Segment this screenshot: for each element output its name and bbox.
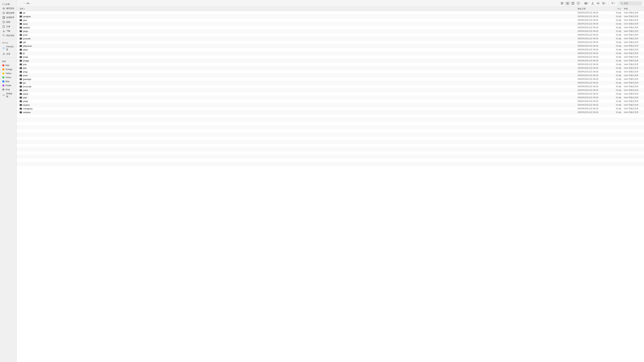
file-icon	[20, 104, 22, 106]
file-icon	[20, 107, 22, 110]
table-row[interactable]: jar 2023年10月11日 06:18 70 KB Unix 可执行文件	[17, 11, 644, 15]
table-row[interactable]: jps 2023年10月11日 06:18 70 KB Unix 可执行文件	[17, 81, 644, 85]
file-name: javac	[23, 23, 578, 25]
svg-rect-19	[572, 2, 574, 4]
forward-button[interactable]: ›	[23, 1, 26, 5]
table-row[interactable]: jlink 2023年10月11日 06:18 70 KB Unix 可执行文件	[17, 66, 644, 70]
search-icon: 🔍	[620, 2, 623, 4]
sidebar-item-all-tags[interactable]: 所有标签…	[1, 92, 16, 99]
group-button[interactable]: ▼	[584, 1, 590, 5]
share-button[interactable]	[590, 1, 595, 5]
tag-label-purple: Purple	[6, 84, 12, 87]
file-size: 70 KB	[608, 30, 621, 32]
sidebar-item-tag-red[interactable]: Red	[1, 63, 16, 67]
column-size[interactable]: 大小	[608, 7, 621, 10]
icon-view-icon	[561, 2, 564, 5]
quicklook-button[interactable]: ▼	[601, 1, 607, 5]
table-row[interactable]: jstatd 2023年10月11日 06:18 70 KB Unix 可执行文…	[17, 99, 644, 103]
table-row[interactable]: jrunscript 2023年10月11日 06:18 70 KB Unix …	[17, 85, 644, 88]
table-row[interactable]: jarsigner 2023年10月11日 06:18 70 KB Unix 可…	[17, 15, 644, 18]
icon-view-button[interactable]	[560, 1, 564, 5]
sidebar-item-tag-gray[interactable]: Gray	[1, 88, 16, 91]
table-row[interactable]: jfr 2023年10月11日 06:18 70 KB Unix 可执行文件	[17, 52, 644, 55]
toolbar: ‹ › bin	[17, 0, 644, 7]
table-row[interactable]: jdb 2023年10月11日 06:18 70 KB Unix 可执行文件	[17, 40, 644, 44]
sidebar-item-desktop[interactable]: 桌面	[1, 20, 16, 24]
back-button[interactable]: ‹	[19, 1, 22, 5]
sidebar-item-applications[interactable]: 应用程序	[1, 15, 16, 19]
group-icon	[584, 2, 587, 5]
file-icon	[20, 23, 22, 25]
table-row[interactable]: jpackage 2023年10月11日 06:18 70 KB Unix 可执…	[17, 77, 644, 81]
file-kind: Unix 可执行文件	[621, 100, 641, 103]
sidebar-item-icloud-sync[interactable]: 同步空间	[1, 33, 16, 38]
main-content: ‹ › bin	[17, 0, 644, 362]
table-row[interactable]: jcmd 2023年10月11日 06:18 70 KB Unix 可执行文件	[17, 33, 644, 37]
tag-dot-blue	[2, 80, 4, 82]
tag-dot-red	[2, 64, 4, 66]
table-row[interactable]: jmod 2023年10月11日 06:18 70 KB Unix 可执行文件	[17, 74, 644, 77]
table-row[interactable]: jdeps 2023年10月11日 06:18 70 KB Unix 可执行文件	[17, 48, 644, 52]
file-date: 2023年10月11日 06:18	[578, 56, 608, 58]
file-name: jdeps	[23, 49, 578, 51]
table-row[interactable]: javac 2023年10月11日 06:18 70 KB Unix 可执行文件	[17, 22, 644, 26]
table-row[interactable]: keytool 2023年10月11日 06:18 70 KB Unix 可执行…	[17, 103, 644, 107]
file-name: jar	[23, 12, 578, 14]
list-view-button[interactable]	[565, 1, 570, 5]
table-row[interactable]: jinfo 2023年10月11日 06:18 70 KB Unix 可执行文件	[17, 63, 644, 66]
svg-point-8	[3, 95, 4, 96]
sidebar-label-documents: 文稿	[6, 25, 10, 28]
file-icon	[20, 82, 22, 84]
sidebar-item-icloud-drive[interactable]: iCloud云盘	[1, 44, 16, 52]
file-name: serialver	[23, 111, 578, 114]
table-row[interactable]: jstat 2023年10月11日 06:18 70 KB Unix 可执行文件	[17, 96, 644, 99]
empty-row	[17, 140, 644, 144]
sidebar-item-documents[interactable]: 文稿	[1, 24, 16, 29]
file-date: 2023年10月11日 06:18	[578, 89, 608, 92]
table-row[interactable]: jmap 2023年10月11日 06:18 70 KB Unix 可执行文件	[17, 70, 644, 74]
gallery-view-button[interactable]	[576, 1, 580, 5]
table-row[interactable]: javadoc 2023年10月11日 06:18 70 KB Unix 可执行…	[17, 26, 644, 29]
file-icon	[20, 59, 22, 62]
tags-button[interactable]	[596, 1, 600, 5]
table-row[interactable]: jstack 2023年10月11日 06:18 70 KB Unix 可执行文…	[17, 92, 644, 96]
empty-row	[17, 114, 644, 118]
empty-rows-area	[17, 114, 644, 170]
sidebar-item-tag-yellow[interactable]: Yellow	[1, 71, 16, 75]
column-name[interactable]: 名称 ▾	[20, 7, 578, 10]
file-kind: Unix 可执行文件	[621, 63, 641, 66]
sidebar-item-shared[interactable]: 共享	[1, 52, 16, 56]
file-kind: Unix 可执行文件	[621, 89, 641, 92]
file-size: 70 KB	[608, 34, 621, 36]
search-input[interactable]	[624, 2, 641, 4]
tag-label-all: 所有标签…	[6, 92, 14, 98]
sidebar-item-tag-blue[interactable]: Blue	[1, 80, 16, 83]
column-kind[interactable]: 种类	[621, 7, 641, 10]
table-row[interactable]: jhsdb 2023年10月11日 06:18 70 KB Unix 可执行文件	[17, 55, 644, 59]
svg-point-9	[4, 95, 5, 96]
sidebar-item-downloads[interactable]: 下载	[1, 29, 16, 33]
file-size: 70 KB	[608, 15, 621, 18]
table-row[interactable]: java 2023年10月11日 06:18 70 KB Unix 可执行文件	[17, 18, 644, 22]
sidebar-item-tag-purple[interactable]: Purple	[1, 84, 16, 87]
column-modified[interactable]: 修改日期	[578, 7, 608, 10]
column-view-button[interactable]	[570, 1, 575, 5]
table-row[interactable]: rmiregistry 2023年10月11日 06:18 70 KB Unix…	[17, 107, 644, 111]
table-row[interactable]: serialver 2023年10月11日 06:18 70 KB Unix 可…	[17, 111, 644, 114]
tag-label-yellow: Yellow	[6, 72, 11, 75]
table-row[interactable]: javap 2023年10月11日 06:18 70 KB Unix 可执行文件	[17, 29, 644, 33]
sort-button[interactable]: ▼	[610, 1, 616, 5]
table-row[interactable]: jshell 2023年10月11日 06:18 70 KB Unix 可执行文…	[17, 88, 644, 92]
search-box[interactable]: 🔍	[619, 1, 642, 5]
file-size: 70 KB	[608, 85, 621, 88]
file-kind: Unix 可执行文件	[621, 15, 641, 18]
sidebar-item-airdrop[interactable]: 隔空投送	[1, 6, 16, 10]
sidebar-item-recents[interactable]: 最近使用	[1, 11, 16, 15]
table-row[interactable]: jimage 2023年10月11日 06:18 70 KB Unix 可执行文…	[17, 59, 644, 63]
file-date: 2023年10月11日 06:18	[578, 19, 608, 22]
sidebar-item-tag-green[interactable]: Green	[1, 76, 16, 79]
table-row[interactable]: jdeprscan 2023年10月11日 06:18 70 KB Unix 可…	[17, 44, 644, 48]
table-row[interactable]: jconsole 2023年10月11日 06:18 70 KB Unix 可执…	[17, 37, 644, 40]
sidebar-item-tag-orange[interactable]: Orange	[1, 67, 16, 71]
file-size: 70 KB	[608, 104, 621, 106]
